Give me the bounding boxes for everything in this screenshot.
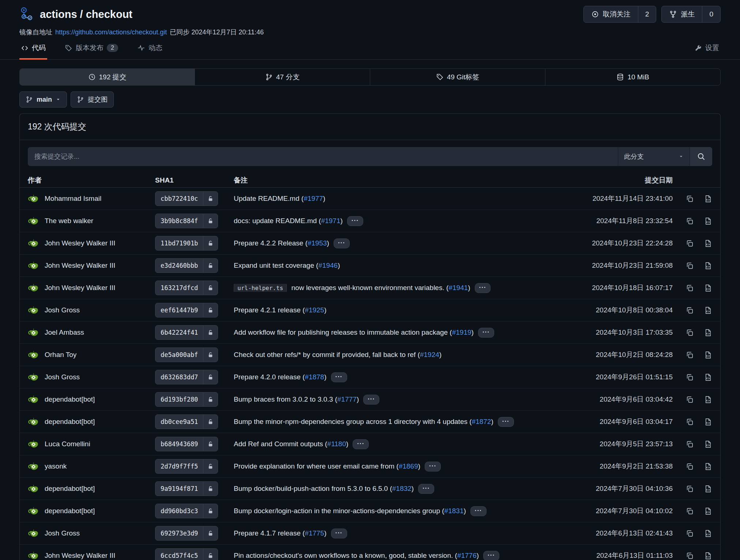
- commit-sha-chip[interactable]: 6ccd57f4c5: [155, 548, 218, 560]
- browse-source-icon[interactable]: [704, 507, 712, 515]
- commit-pr-link[interactable]: #1971: [321, 217, 341, 225]
- commit-sha-chip[interactable]: db0cee9a51: [155, 414, 218, 429]
- copy-sha-icon[interactable]: [685, 306, 694, 315]
- stat-tags[interactable]: 49 Git标签: [370, 69, 545, 85]
- copy-sha-icon[interactable]: [685, 351, 694, 359]
- copy-sha-icon[interactable]: [685, 195, 694, 203]
- copy-sha-icon[interactable]: [685, 373, 694, 382]
- commit-author-name[interactable]: The web walker: [45, 217, 93, 225]
- browse-source-icon[interactable]: [704, 351, 712, 359]
- copy-sha-icon[interactable]: [685, 239, 694, 248]
- commit-pr-link[interactable]: #1869: [399, 462, 418, 470]
- browse-source-icon[interactable]: [704, 418, 712, 426]
- tab-activity[interactable]: 动态: [136, 43, 164, 60]
- stat-branches[interactable]: 47 分支: [195, 69, 370, 85]
- commit-graph-button[interactable]: 提交图: [71, 91, 114, 108]
- avatar[interactable]: [28, 372, 39, 383]
- commit-sha-chip[interactable]: eef61447b9: [155, 303, 218, 317]
- avatar[interactable]: [28, 327, 39, 338]
- copy-sha-icon[interactable]: [685, 462, 694, 471]
- commit-author-name[interactable]: dependabot[bot]: [45, 395, 95, 403]
- copy-sha-icon[interactable]: [685, 440, 694, 448]
- unwatch-button[interactable]: 取消关注 2: [583, 6, 657, 23]
- commit-sha-chip[interactable]: dd960bd3c3: [155, 504, 218, 518]
- commit-sha-chip[interactable]: 6b42224f41: [155, 325, 218, 340]
- commit-expand-button[interactable]: ···: [478, 328, 494, 338]
- avatar[interactable]: [28, 505, 39, 517]
- branch-filter-dropdown[interactable]: 此分支: [618, 147, 690, 166]
- browse-source-icon[interactable]: [704, 485, 712, 493]
- avatar[interactable]: [28, 193, 39, 204]
- commit-search-input[interactable]: [28, 147, 618, 166]
- browse-source-icon[interactable]: [704, 239, 712, 248]
- avatar[interactable]: [28, 550, 39, 560]
- commit-author-name[interactable]: John Wesley Walker III: [45, 284, 115, 292]
- tab-releases[interactable]: 版本发布 2: [63, 43, 120, 60]
- commit-pr-link[interactable]: #1977: [304, 195, 323, 202]
- fork-button[interactable]: 派生 0: [661, 6, 721, 23]
- commit-expand-button[interactable]: ···: [331, 529, 347, 538]
- avatar[interactable]: [28, 461, 39, 472]
- commit-pr-link[interactable]: #1925: [305, 306, 324, 314]
- commit-pr-link[interactable]: #1941: [448, 284, 468, 292]
- commit-pr-link[interactable]: #1953: [308, 239, 327, 247]
- browse-source-icon[interactable]: [704, 395, 712, 404]
- commit-pr-link[interactable]: #1777: [337, 395, 357, 403]
- commit-author-name[interactable]: Joel Ambass: [45, 328, 84, 337]
- branch-selector[interactable]: main: [19, 91, 67, 108]
- commit-pr-link[interactable]: #1775: [305, 529, 324, 537]
- commit-expand-button[interactable]: ···: [425, 462, 441, 471]
- copy-sha-icon[interactable]: [685, 284, 694, 292]
- commit-expand-button[interactable]: ···: [475, 283, 491, 293]
- browse-source-icon[interactable]: [704, 217, 712, 225]
- copy-sha-icon[interactable]: [685, 262, 694, 270]
- commit-pr-link[interactable]: #1776: [457, 552, 477, 559]
- commit-sha-chip[interactable]: 6d193bf280: [155, 392, 218, 407]
- commit-author-name[interactable]: Josh Gross: [45, 373, 80, 381]
- commit-author-name[interactable]: John Wesley Walker III: [45, 552, 115, 560]
- commit-pr-link[interactable]: #1924: [420, 351, 439, 358]
- mirror-url-link[interactable]: https://github.com/actions/checkout.git: [55, 29, 167, 36]
- tab-code[interactable]: 代码: [19, 43, 47, 60]
- browse-source-icon[interactable]: [704, 462, 712, 471]
- commit-expand-button[interactable]: ···: [334, 238, 350, 248]
- avatar[interactable]: [28, 439, 39, 450]
- commit-author-name[interactable]: dependabot[bot]: [45, 485, 95, 493]
- avatar[interactable]: [28, 305, 39, 316]
- commit-author-name[interactable]: John Wesley Walker III: [45, 262, 115, 270]
- avatar[interactable]: [28, 349, 39, 361]
- commit-author-name[interactable]: yasonk: [45, 462, 67, 470]
- commit-pr-link[interactable]: #1832: [392, 485, 412, 492]
- copy-sha-icon[interactable]: [685, 507, 694, 515]
- fork-count[interactable]: 0: [702, 6, 720, 22]
- browse-source-icon[interactable]: [704, 284, 712, 292]
- watch-count[interactable]: 2: [638, 6, 656, 22]
- commit-pr-link[interactable]: #1872: [472, 418, 491, 425]
- avatar[interactable]: [28, 416, 39, 428]
- commit-sha-chip[interactable]: 692973e3d9: [155, 526, 218, 541]
- avatar[interactable]: [28, 260, 39, 271]
- commit-author-name[interactable]: dependabot[bot]: [45, 507, 95, 515]
- stat-size[interactable]: 10 MiB: [545, 69, 720, 85]
- browse-source-icon[interactable]: [704, 306, 712, 315]
- commit-sha-chip[interactable]: de5a000abf: [155, 347, 218, 362]
- commit-pr-link[interactable]: #1180: [327, 440, 346, 448]
- browse-source-icon[interactable]: [704, 529, 712, 538]
- copy-sha-icon[interactable]: [685, 485, 694, 493]
- commit-author-name[interactable]: Luca Comellini: [45, 440, 90, 448]
- commit-sha-chip[interactable]: 163217dfcd: [155, 281, 218, 295]
- commit-expand-button[interactable]: ···: [418, 484, 434, 494]
- commit-author-name[interactable]: Josh Gross: [45, 306, 80, 314]
- commit-pr-link[interactable]: #1878: [305, 373, 324, 381]
- browse-source-icon[interactable]: [704, 552, 712, 560]
- browse-source-icon[interactable]: [704, 440, 712, 448]
- avatar[interactable]: [28, 215, 39, 227]
- commit-sha-chip[interactable]: 2d7d9f7ff5: [155, 459, 218, 474]
- commit-sha-chip[interactable]: e3d2460bbb: [155, 258, 218, 273]
- commit-expand-button[interactable]: ···: [498, 417, 514, 427]
- copy-sha-icon[interactable]: [685, 529, 694, 538]
- commit-author-name[interactable]: Orhan Toy: [45, 351, 76, 359]
- commit-sha-chip[interactable]: 9a9194f871: [155, 481, 218, 496]
- copy-sha-icon[interactable]: [685, 328, 694, 337]
- commit-expand-button[interactable]: ···: [331, 372, 347, 382]
